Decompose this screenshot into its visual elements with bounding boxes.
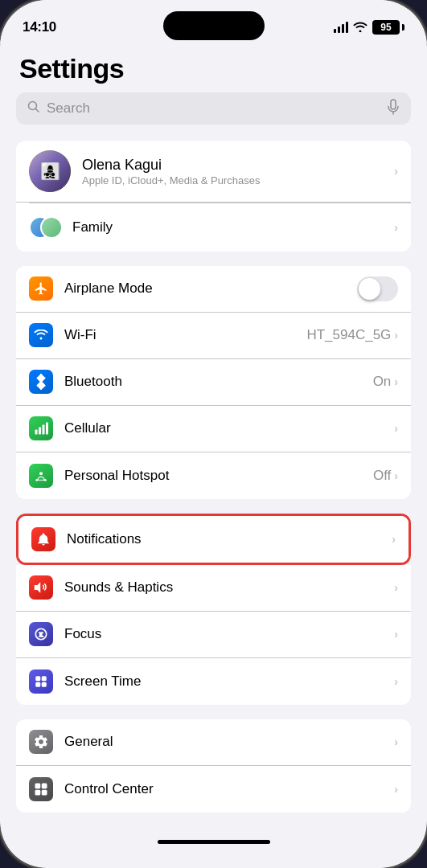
profile-chevron: ›	[394, 165, 398, 178]
svg-rect-20	[35, 789, 41, 795]
cellular-info: Cellular	[64, 420, 394, 436]
bluetooth-right: On ›	[373, 374, 398, 390]
svg-rect-2	[391, 100, 396, 109]
chevron-icon: ›	[394, 735, 398, 748]
svg-point-11	[44, 479, 47, 481]
bluetooth-info: Bluetooth	[64, 374, 373, 390]
family-info: Family	[72, 219, 394, 235]
notifications-icon	[31, 527, 55, 551]
notifications-label: Notifications	[67, 531, 392, 547]
chevron-icon: ›	[394, 581, 398, 594]
svg-rect-8	[46, 423, 48, 435]
page-title: Settings	[16, 43, 411, 92]
bluetooth-value: On	[373, 374, 392, 390]
focus-icon	[29, 622, 53, 646]
controlcenter-info: Control Center	[64, 781, 394, 797]
toggle-knob	[359, 278, 380, 300]
hotspot-icon	[29, 464, 53, 488]
sounds-info: Sounds & Haptics	[64, 579, 394, 596]
hotspot-row[interactable]: Personal Hotspot Off ›	[16, 452, 411, 499]
chevron-icon: ›	[394, 165, 398, 178]
svg-point-10	[35, 479, 38, 481]
cellular-row[interactable]: Cellular ›	[16, 406, 411, 452]
bluetooth-row[interactable]: Bluetooth On ›	[16, 359, 411, 406]
chevron-icon: ›	[392, 533, 396, 546]
svg-rect-17	[42, 682, 47, 686]
svg-rect-16	[35, 682, 40, 686]
home-indicator	[158, 840, 270, 844]
general-right: ›	[394, 735, 398, 748]
notifications-section: Notifications ›	[16, 514, 411, 705]
mic-icon	[387, 99, 400, 118]
wifi-info: Wi-Fi	[64, 327, 306, 343]
screentime-icon	[29, 669, 53, 694]
airplane-toggle[interactable]	[357, 276, 398, 301]
phone-screen: 14:10 95	[0, 0, 427, 868]
sounds-icon	[29, 575, 53, 600]
svg-point-9	[39, 472, 43, 475]
cellular-right: ›	[394, 422, 398, 435]
general-label: General	[64, 734, 394, 750]
focus-right: ›	[394, 628, 398, 641]
svg-rect-7	[43, 425, 45, 435]
phone-frame: 14:10 95	[0, 0, 427, 868]
svg-rect-14	[35, 676, 40, 681]
wifi-row[interactable]: Wi-Fi HT_594C_5G ›	[16, 313, 411, 359]
signal-icon	[334, 22, 348, 33]
chevron-icon: ›	[394, 675, 398, 688]
bluetooth-icon	[29, 370, 53, 394]
status-icons: 95	[334, 20, 404, 35]
controlcenter-label: Control Center	[64, 781, 394, 797]
search-bar[interactable]: Search	[16, 92, 411, 125]
other-notifications-group: Sounds & Haptics ›	[16, 565, 411, 705]
svg-rect-15	[42, 676, 47, 681]
wifi-label: Wi-Fi	[64, 327, 306, 343]
chevron-icon: ›	[394, 375, 398, 388]
general-group: General ›	[16, 719, 411, 813]
family-chevron: ›	[394, 221, 398, 234]
notifications-info: Notifications	[67, 531, 392, 547]
screentime-right: ›	[394, 675, 398, 688]
controlcenter-row[interactable]: Control Center ›	[16, 766, 411, 813]
profile-row[interactable]: 👩‍👧‍👦 Olena Kagui Apple ID, iCloud+, Med…	[16, 141, 411, 203]
sounds-row[interactable]: Sounds & Haptics ›	[16, 565, 411, 612]
svg-line-1	[36, 109, 39, 113]
focus-label: Focus	[64, 626, 394, 642]
airplane-mode-info: Airplane Mode	[64, 280, 357, 297]
family-row[interactable]: Family ›	[16, 203, 411, 252]
notifications-row[interactable]: Notifications ›	[18, 516, 409, 563]
focus-row[interactable]: Focus ›	[16, 612, 411, 658]
family-label: Family	[72, 219, 394, 235]
dynamic-island	[163, 11, 265, 40]
avatar: 👩‍👧‍👦	[29, 150, 71, 192]
svg-rect-19	[42, 783, 47, 788]
svg-rect-21	[42, 789, 47, 795]
svg-rect-18	[35, 783, 41, 788]
airplane-mode-label: Airplane Mode	[64, 280, 357, 297]
profile-info: Olena Kagui Apple ID, iCloud+, Media & P…	[82, 157, 394, 186]
screentime-row[interactable]: Screen Time ›	[16, 658, 411, 705]
profile-group: 👩‍👧‍👦 Olena Kagui Apple ID, iCloud+, Med…	[16, 141, 411, 252]
wifi-icon	[29, 323, 53, 347]
wifi-value: HT_594C_5G	[306, 327, 391, 343]
chevron-icon: ›	[394, 221, 398, 234]
profile-subtitle: Apple ID, iCloud+, Media & Purchases	[82, 174, 394, 186]
hotspot-info: Personal Hotspot	[64, 468, 373, 484]
wifi-right: HT_594C_5G ›	[306, 327, 398, 343]
settings-content[interactable]: Settings Search	[0, 43, 427, 868]
battery-icon: 95	[372, 20, 404, 35]
sounds-right: ›	[394, 581, 398, 594]
airplane-icon	[29, 276, 53, 301]
svg-marker-13	[35, 582, 41, 593]
hotspot-value: Off	[373, 468, 391, 484]
general-info: General	[64, 734, 394, 750]
hotspot-label: Personal Hotspot	[64, 468, 373, 484]
general-icon	[29, 730, 53, 754]
bluetooth-label: Bluetooth	[64, 374, 373, 390]
notifications-right: ›	[392, 533, 396, 546]
general-row[interactable]: General ›	[16, 719, 411, 766]
connectivity-group: Airplane Mode	[16, 266, 411, 499]
airplane-mode-row[interactable]: Airplane Mode	[16, 266, 411, 313]
screentime-info: Screen Time	[64, 674, 394, 690]
cellular-icon	[29, 416, 53, 440]
